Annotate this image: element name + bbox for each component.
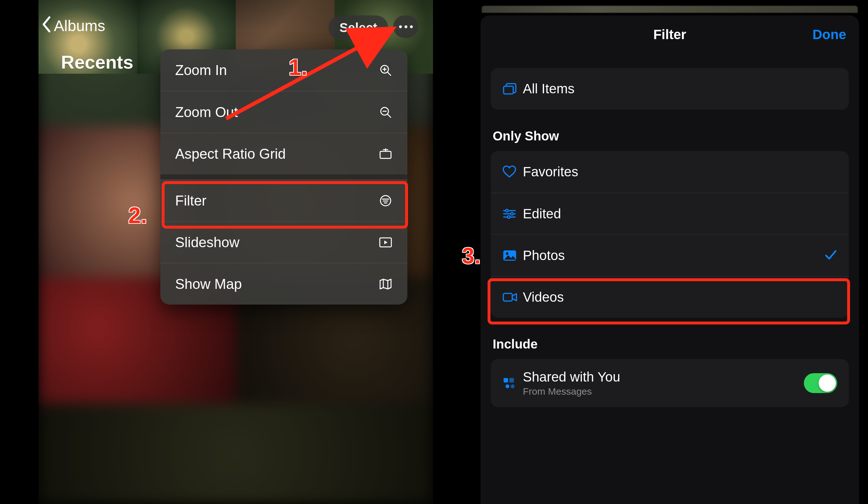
group-all-items: All Items bbox=[491, 68, 849, 110]
map-icon bbox=[379, 278, 393, 290]
menu-item-slideshow[interactable]: Slideshow bbox=[161, 221, 407, 263]
row-label: All Items bbox=[523, 81, 837, 96]
menu-item-filter[interactable]: Filter bbox=[161, 180, 407, 221]
stack-icon bbox=[502, 82, 523, 96]
svg-point-27 bbox=[506, 252, 508, 255]
done-button[interactable]: Done bbox=[813, 15, 846, 54]
svg-point-31 bbox=[506, 385, 509, 388]
row-sublabel: From Messages bbox=[523, 386, 804, 397]
menu-item-label: Filter bbox=[175, 193, 207, 209]
annotation-number-1: 1. bbox=[289, 54, 307, 80]
row-favorites[interactable]: Favorites bbox=[491, 151, 849, 193]
row-label: Photos bbox=[523, 248, 824, 263]
video-icon bbox=[502, 292, 523, 303]
svg-marker-15 bbox=[384, 240, 388, 244]
svg-rect-30 bbox=[509, 378, 514, 382]
menu-item-label: Slideshow bbox=[175, 234, 240, 250]
row-label: Favorites bbox=[523, 164, 837, 180]
svg-rect-7 bbox=[380, 151, 391, 158]
select-button[interactable]: Select bbox=[329, 15, 388, 40]
svg-line-1 bbox=[388, 72, 391, 75]
svg-rect-29 bbox=[504, 378, 508, 382]
annotation-number-3: 3. bbox=[462, 243, 480, 269]
menu-item-label: Aspect Ratio Grid bbox=[175, 146, 286, 162]
svg-line-5 bbox=[388, 114, 391, 117]
shared-with-you-icon bbox=[502, 377, 523, 390]
ellipsis-icon bbox=[398, 25, 414, 28]
row-videos[interactable]: Videos bbox=[491, 276, 849, 318]
menu-item-zoom-in[interactable]: Zoom In bbox=[161, 49, 407, 91]
group-only-show: Favorites Edited bbox=[491, 151, 849, 318]
svg-rect-19 bbox=[504, 86, 513, 94]
svg-point-23 bbox=[511, 212, 513, 215]
left-phone-screenshot: Albums Recents Select Zoom In Zoom Ou bbox=[39, 0, 433, 504]
group-include: Shared with You From Messages bbox=[491, 359, 849, 407]
svg-point-25 bbox=[507, 216, 510, 218]
aspect-ratio-icon bbox=[379, 147, 393, 160]
context-menu: Zoom In Zoom Out Aspect bbox=[161, 49, 407, 305]
menu-item-label: Zoom In bbox=[175, 62, 227, 78]
section-header-only-show: Only Show bbox=[493, 129, 849, 143]
sheet-header: Filter Done bbox=[480, 15, 859, 54]
photo-icon bbox=[502, 250, 523, 262]
back-label: Albums bbox=[54, 17, 105, 35]
row-photos[interactable]: Photos bbox=[491, 234, 849, 276]
row-label: Videos bbox=[523, 290, 837, 305]
checkmark-icon bbox=[824, 247, 837, 264]
annotation-number-2: 2. bbox=[128, 203, 147, 228]
menu-item-zoom-out[interactable]: Zoom Out bbox=[161, 91, 407, 133]
chevron-left-icon bbox=[42, 16, 51, 35]
filter-sheet: Filter Done All Items Only bbox=[480, 15, 859, 504]
row-edited[interactable]: Edited bbox=[491, 193, 849, 234]
row-label: Edited bbox=[523, 206, 837, 222]
menu-item-label: Zoom Out bbox=[175, 104, 238, 120]
right-phone-screenshot: Filter Done All Items Only bbox=[472, 0, 868, 504]
background-thumb-strip bbox=[482, 6, 858, 13]
svg-point-21 bbox=[506, 209, 508, 212]
heart-icon bbox=[502, 166, 523, 178]
row-label: Shared with You bbox=[523, 369, 804, 385]
menu-item-aspect-ratio[interactable]: Aspect Ratio Grid bbox=[161, 133, 407, 175]
more-button[interactable] bbox=[393, 15, 418, 38]
back-button[interactable]: Albums bbox=[39, 16, 105, 35]
slideshow-icon bbox=[379, 237, 393, 248]
menu-item-label: Show Map bbox=[175, 276, 242, 292]
row-shared-with-you[interactable]: Shared with You From Messages bbox=[491, 359, 849, 407]
row-all-items[interactable]: All Items bbox=[491, 68, 849, 110]
menu-item-show-map[interactable]: Show Map bbox=[161, 263, 407, 305]
sheet-title: Filter bbox=[653, 27, 686, 42]
page-title: Recents bbox=[61, 51, 133, 73]
svg-point-32 bbox=[511, 385, 515, 388]
zoom-in-icon bbox=[379, 64, 393, 77]
shared-with-you-toggle[interactable] bbox=[804, 373, 837, 393]
sliders-icon bbox=[502, 208, 523, 220]
section-header-include: Include bbox=[493, 337, 849, 351]
svg-rect-28 bbox=[503, 293, 512, 301]
zoom-out-icon bbox=[379, 106, 393, 119]
filter-icon bbox=[379, 194, 393, 207]
